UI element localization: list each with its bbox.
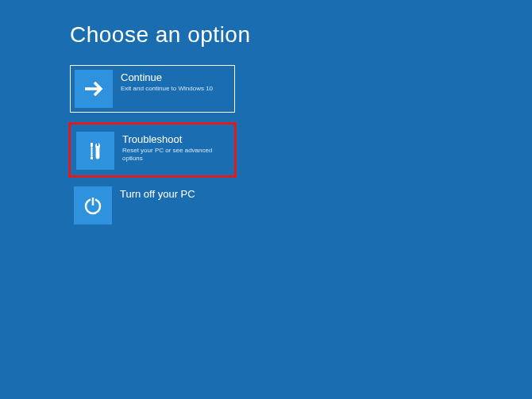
svg-rect-1 bbox=[91, 147, 93, 157]
option-troubleshoot[interactable]: Troubleshoot Reset your PC or see advanc… bbox=[68, 122, 237, 178]
tools-icon bbox=[76, 132, 114, 170]
option-desc: Reset your PC or see advanced options bbox=[122, 147, 232, 162]
svg-rect-0 bbox=[91, 143, 93, 147]
option-continue[interactable]: Continue Exit and continue to Windows 10 bbox=[70, 65, 235, 113]
page-title: Choose an option bbox=[70, 22, 532, 48]
option-turn-off[interactable]: Turn off your PC bbox=[70, 182, 235, 230]
option-title: Troubleshoot bbox=[122, 133, 232, 145]
power-icon bbox=[74, 186, 112, 224]
option-title: Turn off your PC bbox=[120, 188, 195, 200]
option-title: Continue bbox=[121, 71, 213, 83]
svg-rect-2 bbox=[91, 157, 93, 159]
arrow-right-icon bbox=[75, 70, 113, 108]
option-desc: Exit and continue to Windows 10 bbox=[121, 85, 213, 93]
